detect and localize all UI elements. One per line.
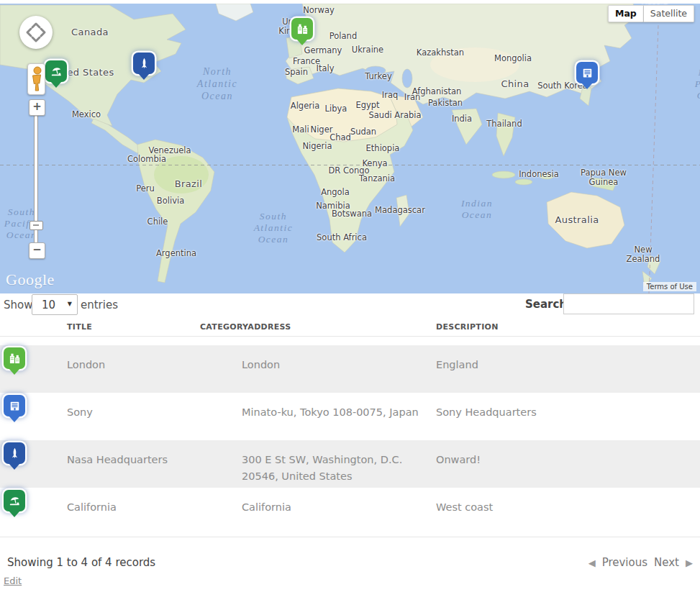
map-label-madagascar: Madagascar <box>375 206 425 215</box>
map-marker-nasa[interactable] <box>133 53 155 74</box>
pegman-streetview-control[interactable] <box>27 63 45 95</box>
map-label-tanzania: Tanzania <box>359 174 395 183</box>
records-summary: Showing 1 to 4 of 4 records <box>7 556 155 569</box>
chevron-down-icon: ▼ <box>68 301 72 307</box>
map-label-china: China <box>501 79 529 90</box>
google-logo[interactable]: Google <box>6 270 55 289</box>
next-button[interactable]: Next <box>654 556 679 569</box>
map-label-spain: Spain <box>285 68 308 77</box>
map-label-egypt: Egypt <box>355 101 379 110</box>
map-label-turkey: Turkey <box>365 72 391 81</box>
map-label-bolivia: Bolivia <box>157 196 184 206</box>
row-title: Nasa Headquarters <box>63 440 196 488</box>
beach-icon <box>9 495 21 507</box>
pan-arrows-icon <box>19 16 53 49</box>
row-description: Onward! <box>432 440 700 488</box>
row-address: 300 E St SW, Washington, D.C. 20546, Uni… <box>196 440 432 488</box>
map-label-sudan: Sudan <box>350 127 376 137</box>
terms-of-use-link[interactable]: Terms of Use <box>643 282 696 291</box>
map-marker-california[interactable] <box>45 60 67 82</box>
ocean-label-south-atlantic: South Atlantic Ocean <box>254 211 294 246</box>
rocket-icon <box>138 58 150 70</box>
map-label-germany: Germany <box>304 46 342 55</box>
previous-button[interactable]: Previous <box>602 556 647 569</box>
map-type-map-button[interactable]: Map <box>608 5 644 22</box>
map-label-saudi-arabia: Saudi Arabia <box>369 111 422 120</box>
search-input[interactable] <box>563 293 694 314</box>
zoom-out-button[interactable]: − <box>29 242 45 259</box>
office-building-icon <box>9 400 21 412</box>
header-icon-spacer <box>0 317 63 336</box>
row-description: England <box>432 345 700 393</box>
header-address[interactable]: ADDRESS <box>247 322 291 332</box>
map-label-mali: Mali <box>292 125 309 135</box>
rocket-blue-marker-icon <box>4 442 25 464</box>
zoom-in-button[interactable]: + <box>29 99 45 116</box>
row-description: Sony Headquarters <box>432 393 700 440</box>
entries-label: entries <box>81 299 118 311</box>
map-label-argentina: Argentina <box>156 249 196 258</box>
table-row-nasa[interactable]: Nasa Headquarters 300 E St SW, Washingto… <box>0 440 700 488</box>
table-row-california[interactable]: California California West coast <box>0 488 700 535</box>
header-description[interactable]: DESCRIPTION <box>432 317 700 336</box>
map-canvas[interactable]: North Atlantic Ocean South Atlantic Ocea… <box>0 4 700 293</box>
header-category-address[interactable]: CATEGORYADDRESS <box>196 317 432 336</box>
show-label: Show <box>4 299 32 311</box>
city-icon <box>9 352 21 365</box>
map-label-angola: Angola <box>321 188 350 197</box>
map-marker-sony[interactable] <box>576 62 598 83</box>
row-icon-cell <box>0 393 63 440</box>
beach-icon <box>50 65 63 78</box>
map-label-south-africa: South Africa <box>317 233 367 242</box>
row-address: London <box>196 345 432 393</box>
row-address: Minato-ku, Tokyo 108-0075, Japan <box>196 393 432 440</box>
ocean-label-north-pacific: North Pacific Ocean <box>695 67 700 102</box>
row-address: California <box>196 488 432 535</box>
map-label-australia: Australia <box>555 215 599 226</box>
map-label-brazil: Brazil <box>175 179 203 190</box>
map-label-poland: Poland <box>329 32 357 41</box>
table-header-row: TITLE CATEGORYADDRESS DESCRIPTION <box>0 317 700 337</box>
map-label-papua-new-guinea: Papua New Guinea <box>581 168 627 187</box>
row-title: California <box>63 488 196 535</box>
map-label-thailand: Thailand <box>486 119 522 129</box>
row-title: London <box>63 345 196 393</box>
row-icon-cell <box>0 488 63 535</box>
map-label-chad: Chad <box>329 133 351 142</box>
office-blue-marker-icon <box>4 395 25 416</box>
header-category[interactable]: CATEGORY <box>200 322 247 332</box>
row-icon-cell <box>0 440 63 488</box>
map-label-mongolia: Mongolia <box>494 54 532 63</box>
map-label-iraq: Iraq <box>382 91 398 100</box>
ocean-label-indian: Indian Ocean <box>461 198 493 221</box>
pegman-icon <box>28 64 45 94</box>
map-label-nigeria: Nigeria <box>302 142 332 151</box>
map-label-kazakhstan: Kazakhstan <box>417 48 464 58</box>
map-label-botswana: Botswana <box>332 209 372 219</box>
map-type-satellite-button[interactable]: Satellite <box>644 5 694 22</box>
map-label-ukraine: Ukraine <box>352 45 383 55</box>
city-green-marker-icon <box>4 347 25 369</box>
map-marker-london[interactable] <box>291 18 313 40</box>
map-pan-control[interactable] <box>19 16 53 49</box>
map-label-mexico: Mexico <box>72 110 101 119</box>
map-label-chile: Chile <box>147 217 168 227</box>
edit-link[interactable]: Edit <box>4 575 22 586</box>
map-label-new-zealand: New Zealand <box>627 245 660 264</box>
map-label-algeria: Algeria <box>291 101 319 111</box>
map-label-italy: Italy <box>317 64 335 73</box>
next-arrow-icon[interactable]: ▶ <box>686 557 693 568</box>
zoom-slider-handle[interactable] <box>29 221 43 230</box>
map-type-control: Map Satellite <box>608 5 694 22</box>
map-label-peru: Peru <box>136 184 155 193</box>
header-title[interactable]: TITLE <box>63 317 196 336</box>
world-landmasses <box>0 4 700 293</box>
page-size-select[interactable]: 10 ▼ <box>32 294 78 315</box>
map-label-indonesia: Indonesia <box>519 170 559 179</box>
map-label-india: India <box>452 114 472 124</box>
previous-arrow-icon[interactable]: ◀ <box>588 557 596 568</box>
table-row-sony[interactable]: Sony Minato-ku, Tokyo 108-0075, Japan So… <box>0 393 700 440</box>
table-row-london[interactable]: London London England <box>0 345 700 393</box>
map-label-norway: Norway <box>303 6 335 15</box>
city-icon <box>296 23 309 35</box>
